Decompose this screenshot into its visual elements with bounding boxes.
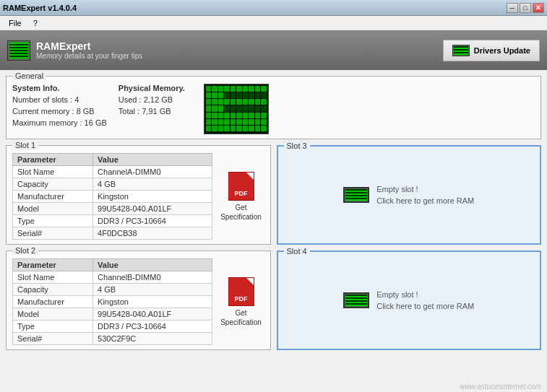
table-row: Serial#4F0DCB38 [13,227,212,240]
ram-cell [255,105,261,111]
ram-cell [212,105,217,111]
physical-memory-heading: Physical Memory. [119,84,185,92]
slot2-table: Parameter Value Slot NameChannelB-DIMM0C… [12,258,212,345]
ram-cell [236,119,242,125]
app-name: RAMExpert [36,40,142,52]
ram-cell [236,126,242,131]
slots-container: Slot 1 Parameter Value Slot NameChannelA… [6,145,541,350]
ram-cell [206,105,212,111]
table-row: Slot NameChannelA-DIMM0 [13,166,212,178]
main-content: General System Info. Number of slots : 4… [0,70,547,392]
slot3-empty-text: Empty slot ! Click here to get more RAM [376,183,474,206]
slot4-empty-line2: Click here to get more RAM [376,300,474,312]
ram-cell [224,92,230,98]
ram-cell [243,86,249,92]
ram-cell [218,105,224,111]
driver-icon [452,45,470,56]
drivers-update-label: Drivers Update [474,46,530,55]
ram-cell [243,99,249,105]
ram-cell [249,92,254,98]
slot1-pdf-label: GetSpecification [220,203,262,222]
slot1-inner: Parameter Value Slot NameChannelA-DIMM0C… [12,153,264,240]
slot4-empty-text: Empty slot ! Click here to get more RAM [376,289,474,312]
ram-cell [261,99,267,105]
slot1-label: Slot 1 [12,141,38,149]
ram-cell [231,92,236,98]
ram-cell [249,105,254,111]
app-logo-area: RAMExpert Memory details at your finger … [7,40,142,61]
physical-memory-col: Physical Memory. Used : 2,12 GB Total : … [119,84,185,134]
title-bar-buttons: ─ □ ✕ [507,3,544,13]
memory-used: Used : 2,12 GB [119,94,185,105]
table-row: ManufacturerKingston [13,296,212,308]
ram-cell [218,99,224,105]
ram-cell [218,119,224,125]
slot4-section[interactable]: Slot 4 Empty slot ! Click here to get mo… [277,251,542,350]
ram-cell [249,126,254,131]
slot3-empty-content: Empty slot ! Click here to get more RAM [343,183,474,206]
table-row: Capacity4 GB [13,284,212,296]
ram-cell [218,113,224,118]
ram-cell [224,105,230,111]
ram-cell [261,92,267,98]
slot2-inner: Parameter Value Slot NameChannelB-DIMM0C… [12,258,264,345]
ram-cell [212,113,217,118]
app-header: RAMExpert Memory details at your finger … [0,30,547,70]
drivers-update-button[interactable]: Drivers Update [443,40,540,61]
slot4-empty-line1: Empty slot ! [376,289,474,300]
slot3-section[interactable]: Slot 3 Empty slot ! Click here to get mo… [277,145,542,245]
table-row: Slot NameChannelB-DIMM0 [13,271,212,284]
ram-cell [231,105,236,111]
ram-cell [206,113,212,118]
ram-cell [224,113,230,118]
slot3-empty-line2: Click here to get more RAM [376,195,474,206]
slot3-ram-icon [343,187,369,203]
ram-cell [255,99,261,105]
ram-cell [212,99,217,105]
menu-bar: File ? [0,16,547,30]
ram-cell [236,113,242,118]
table-row: ManufacturerKingston [13,191,212,203]
slot1-pdf-button[interactable]: GetSpecification [218,153,264,240]
table-row: TypeDDR3 / PC3-10664 [13,321,212,333]
memory-total: Total : 7,91 GB [119,105,185,117]
ram-cell [261,105,267,111]
table-row: Serial#530C2F9C [13,333,212,345]
slot2-pdf-icon [228,277,254,306]
slot1-pdf-icon [228,172,254,201]
slot3-label: Slot 3 [284,141,310,150]
ram-cell [243,126,249,131]
maximize-button[interactable]: □ [520,3,531,13]
menu-help[interactable]: ? [27,17,43,29]
ram-cell [218,126,224,131]
ram-cell [261,86,267,92]
ram-cell [224,119,230,125]
app-logo-icon [7,40,30,61]
minimize-button[interactable]: ─ [507,3,518,13]
slot2-pdf-button[interactable]: GetSpecification [218,258,264,345]
close-button[interactable]: ✕ [533,3,544,13]
menu-file[interactable]: File [3,17,27,29]
ram-cell [212,92,217,98]
ram-cell [212,126,217,131]
slot1-table: Parameter Value Slot NameChannelA-DIMM0C… [12,153,212,240]
ram-cell [231,119,236,125]
ram-cell [261,126,267,131]
ram-cell [255,92,261,98]
ram-cell [261,113,267,118]
title-bar-text: RAMExpert v1.4.0.4 [3,4,77,12]
ram-cell [249,86,254,92]
ram-cell [255,126,261,131]
slot2-section: Slot 2 Parameter Value Slot NameChannelB… [6,251,271,350]
slot1-section: Slot 1 Parameter Value Slot NameChannelA… [6,145,271,245]
ram-cell [255,119,261,125]
ram-cell [236,86,242,92]
ram-cell [243,105,249,111]
ram-cell [212,86,217,92]
slot2-col-param: Parameter [13,259,93,271]
ram-cell [224,86,230,92]
table-row: Model99U5428-040.A01LF [13,308,212,321]
ram-cell [206,126,212,131]
slot3-empty-line1: Empty slot ! [376,183,474,195]
ram-cell [249,119,254,125]
